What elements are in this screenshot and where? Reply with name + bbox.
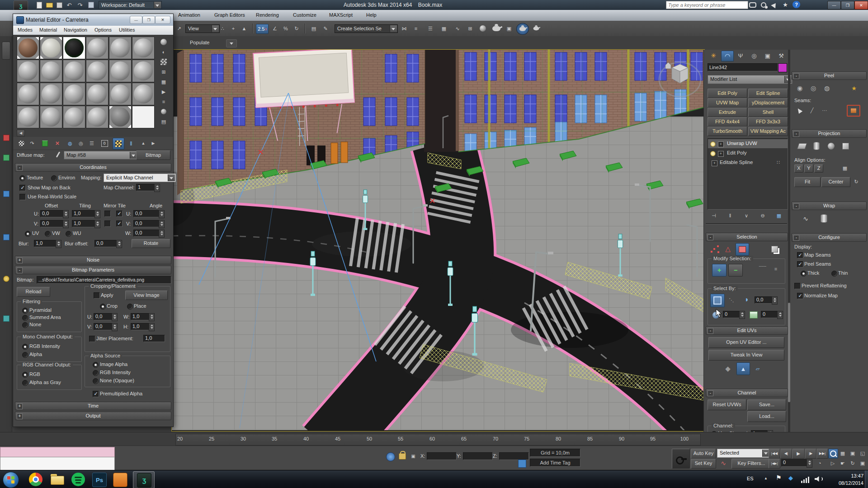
object-color-swatch[interactable] xyxy=(778,63,787,72)
filtering-none-radio[interactable] xyxy=(22,322,28,328)
bitmap-path-field[interactable]: ...s\Book\Texturas\Carretera\Carretera_d… xyxy=(37,276,171,284)
crop-radio[interactable] xyxy=(100,304,106,310)
u-offset-spinner[interactable] xyxy=(63,210,69,218)
save-button[interactable]: Save... xyxy=(747,399,786,410)
blur-spinner[interactable] xyxy=(56,240,61,248)
place-radio[interactable] xyxy=(127,304,133,310)
paste-icon[interactable] xyxy=(87,1,95,9)
material-slot[interactable] xyxy=(17,83,39,105)
projection-rollout-header[interactable]: -Projection xyxy=(792,129,867,138)
backlight-icon[interactable]: ◐ xyxy=(159,47,169,56)
spline-wrap-icon[interactable]: ∿ xyxy=(799,213,812,224)
select-object-icon[interactable]: ∴ xyxy=(218,24,227,33)
default-in-out-tangent-icon[interactable]: ∿ xyxy=(718,459,729,468)
video-color-check-icon[interactable]: ▦ xyxy=(159,77,169,86)
taskbar-3dsmax-button[interactable]: ʒ xyxy=(133,471,155,488)
material-slot[interactable] xyxy=(109,106,132,128)
panel-scrollbar[interactable] xyxy=(788,50,790,447)
auto-key-button[interactable]: Auto Key xyxy=(691,449,716,459)
dock-icon-bulb[interactable] xyxy=(3,276,9,282)
tray-network-icon[interactable] xyxy=(801,476,810,483)
blur-offset-field[interactable]: 0,0 xyxy=(94,240,119,247)
pan-hand-icon[interactable]: ☛ xyxy=(838,459,847,468)
modifier-button-edit-poly[interactable]: Edit Poly xyxy=(708,89,747,98)
select-by-material-icon[interactable] xyxy=(159,107,169,116)
add-time-tag[interactable]: Add Time Tag xyxy=(530,459,580,467)
current-frame-field[interactable]: 0 xyxy=(781,459,809,467)
blur-offset-spinner[interactable] xyxy=(116,240,122,248)
modifier-button-edit-spline[interactable]: Edit Spline xyxy=(748,89,788,98)
time-configuration-icon[interactable]: ◔ xyxy=(815,459,825,468)
search-binoculars-icon[interactable] xyxy=(748,1,757,9)
alpha-none-radio[interactable] xyxy=(93,378,99,384)
quick-planar-map-icon[interactable]: ◆ xyxy=(722,363,734,374)
material-slot[interactable] xyxy=(17,60,39,82)
alpha-rgb-intensity-radio[interactable] xyxy=(93,370,99,376)
selection-set-combo[interactable]: Selected xyxy=(717,449,770,458)
object-name-field[interactable]: Line342 xyxy=(708,63,778,71)
map-name-combo[interactable]: Map #58 xyxy=(64,151,138,160)
select-region-icon[interactable]: ▲ xyxy=(240,24,249,33)
goto-end-button[interactable]: ▶▶| xyxy=(816,449,828,459)
dock-icon-blue2[interactable] xyxy=(3,234,9,240)
stack-item-unwrap-uvw[interactable]: + Unwrap UVW xyxy=(708,139,788,148)
selection-lock-icon[interactable] xyxy=(399,453,406,460)
make-preview-icon[interactable]: ▶ xyxy=(159,87,169,96)
set-key-button[interactable]: Set Key xyxy=(691,459,716,469)
layer-manager-icon[interactable]: ☰ xyxy=(426,24,435,33)
smoothing-group-icon[interactable] xyxy=(748,310,759,320)
normalize-map-checkbox[interactable]: ✓ xyxy=(797,293,803,299)
edit-named-selections-icon[interactable]: ▤ xyxy=(309,24,318,33)
material-slot[interactable] xyxy=(63,60,85,82)
show-end-result-icon[interactable]: ‖ xyxy=(126,138,136,149)
rendered-frame-icon[interactable]: ▣ xyxy=(505,24,514,33)
menu-maxscript[interactable]: MAXScript xyxy=(329,12,353,18)
peel-rollout-header[interactable]: -Peel xyxy=(792,71,867,80)
align-icon[interactable]: ≡ xyxy=(411,24,420,33)
vw-radio[interactable] xyxy=(45,231,51,237)
current-frame-spinner[interactable] xyxy=(807,459,812,468)
curve-editor-icon[interactable]: ∿ xyxy=(453,24,462,33)
background-icon[interactable] xyxy=(159,57,169,66)
material-slot[interactable] xyxy=(109,83,132,105)
cylinder-wrap-icon[interactable] xyxy=(817,212,830,224)
wrap-rollout-header[interactable]: -Wrap xyxy=(792,202,867,210)
pin-stack-icon[interactable]: ⊣ xyxy=(708,211,719,220)
mono-alpha-radio[interactable] xyxy=(22,352,28,358)
keyboard-shortcut-icon[interactable]: ✎ xyxy=(321,24,330,33)
edge-mode-icon[interactable]: △ xyxy=(722,244,734,254)
grow-selection-icon[interactable]: + xyxy=(712,264,726,277)
rgb-intensity-radio[interactable] xyxy=(22,344,28,350)
ignore-backfacing-icon[interactable] xyxy=(710,294,725,307)
v-tiling-spinner[interactable] xyxy=(94,220,100,228)
v-tile-checkbox[interactable]: ✓ xyxy=(116,221,123,227)
summed-area-radio[interactable] xyxy=(22,315,28,321)
texture-radio[interactable] xyxy=(19,175,25,181)
view-reference-combo[interactable]: View xyxy=(185,24,220,33)
save-file-icon[interactable] xyxy=(55,1,63,9)
search-input[interactable] xyxy=(666,1,748,9)
dock-grip[interactable] xyxy=(2,42,10,60)
dock-icon-blue1[interactable] xyxy=(3,191,9,197)
prev-frame-button[interactable]: ◀| xyxy=(780,449,792,459)
material-slot[interactable] xyxy=(17,37,39,59)
render-setup-icon[interactable] xyxy=(491,24,502,33)
v-angle-spinner[interactable] xyxy=(159,220,165,228)
select-by-name-icon[interactable]: + xyxy=(229,24,238,33)
use-real-world-scale-checkbox[interactable] xyxy=(19,194,26,200)
viewport[interactable] xyxy=(171,49,705,432)
material-slot[interactable] xyxy=(86,83,108,105)
graphite-toggle-icon[interactable]: ▦ xyxy=(439,24,448,33)
key-icon[interactable] xyxy=(759,1,768,9)
sample-type-icon[interactable] xyxy=(159,38,169,47)
material-slot-selected[interactable] xyxy=(63,37,85,59)
view-image-button[interactable]: View Image xyxy=(125,291,168,300)
taskbar-explorer-icon[interactable] xyxy=(51,474,64,485)
goto-start-button[interactable]: |◀◀ xyxy=(769,449,780,459)
render-iterative-icon[interactable] xyxy=(532,24,541,33)
render-production-icon[interactable] xyxy=(516,23,529,35)
material-slot[interactable] xyxy=(40,83,62,105)
material-editor-icon[interactable] xyxy=(478,24,487,33)
collapse-icon[interactable]: - xyxy=(17,165,23,171)
maxscript-listener-pink[interactable] xyxy=(0,447,115,458)
